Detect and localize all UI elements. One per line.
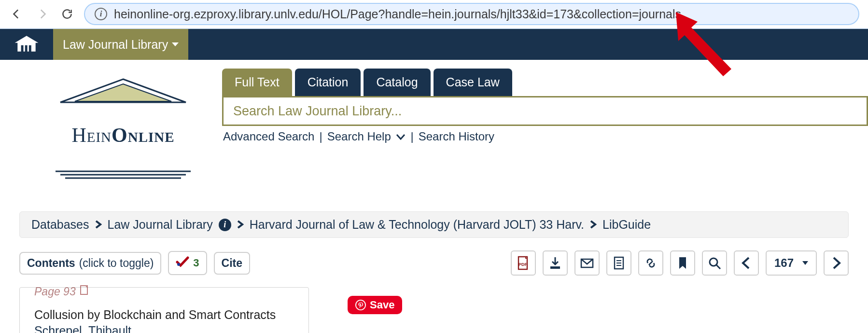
permalink-button[interactable] bbox=[638, 250, 663, 276]
chevron-right-icon bbox=[590, 218, 597, 232]
search-help-link[interactable]: Search Help bbox=[327, 130, 406, 143]
breadcrumb-library[interactable]: Law Journal Library bbox=[108, 218, 213, 232]
document-toolbar: Contents (click to toggle) 3 Cite PDF 16… bbox=[19, 250, 849, 276]
info-icon[interactable]: i bbox=[219, 219, 231, 231]
download-button[interactable] bbox=[543, 250, 568, 276]
svg-marker-0 bbox=[676, 12, 731, 76]
nav-reload-button[interactable] bbox=[59, 6, 75, 22]
home-icon[interactable] bbox=[0, 29, 53, 60]
search-history-link[interactable]: Search History bbox=[419, 130, 494, 143]
search-in-page-button[interactable] bbox=[702, 250, 727, 276]
svg-point-16 bbox=[710, 258, 717, 266]
chevron-down-icon bbox=[396, 130, 406, 143]
prev-article-page-line[interactable]: Page 93 bbox=[34, 285, 294, 298]
pinterest-icon bbox=[355, 300, 366, 310]
svg-line-17 bbox=[716, 265, 720, 269]
library-dropdown-label: Law Journal Library bbox=[63, 38, 168, 52]
flag-count: 3 bbox=[193, 257, 199, 269]
text-page-button[interactable] bbox=[606, 250, 631, 276]
article-title[interactable]: Collusion by Blockchain and Smart Contra… bbox=[34, 308, 294, 322]
search-block: Full Text Citation Catalog Case Law Adva… bbox=[222, 69, 868, 202]
svg-marker-3 bbox=[75, 84, 171, 101]
save-label: Save bbox=[370, 299, 394, 311]
svg-point-7 bbox=[177, 263, 180, 266]
bookmark-button[interactable] bbox=[670, 250, 695, 276]
page-number-select[interactable]: 167 bbox=[766, 250, 817, 276]
email-button[interactable] bbox=[574, 250, 600, 276]
search-links-row: Advanced Search | Search Help | Search H… bbox=[222, 126, 868, 147]
svg-text:PDF: PDF bbox=[518, 262, 528, 267]
heinonline-logo[interactable]: HeinOnline bbox=[34, 69, 212, 202]
pdf-download-button[interactable]: PDF bbox=[511, 250, 536, 276]
body-columns: Page 93 Collusion by Blockchain and Smar… bbox=[19, 287, 849, 333]
pinterest-save-button[interactable]: Save bbox=[348, 296, 402, 314]
annotation-arrow bbox=[676, 12, 743, 82]
nav-back-button[interactable] bbox=[9, 6, 25, 22]
divider: | bbox=[319, 130, 322, 143]
pdf-icon bbox=[80, 285, 89, 298]
site-info-icon[interactable]: i bbox=[95, 8, 107, 20]
breadcrumb: Databases Law Journal Library i Harvard … bbox=[19, 211, 849, 238]
nav-forward-button[interactable] bbox=[34, 6, 50, 22]
check-flag-icon bbox=[176, 256, 189, 270]
tab-full-text[interactable]: Full Text bbox=[222, 69, 292, 96]
logo-text: HeinOnline bbox=[71, 124, 174, 147]
next-page-button[interactable] bbox=[824, 250, 849, 276]
svg-rect-10 bbox=[550, 266, 560, 269]
breadcrumb-databases[interactable]: Databases bbox=[31, 218, 89, 232]
library-dropdown[interactable]: Law Journal Library bbox=[53, 29, 188, 60]
search-input-wrap bbox=[222, 96, 868, 126]
chevron-right-icon bbox=[237, 218, 244, 232]
tab-case-law[interactable]: Case Law bbox=[434, 69, 512, 96]
breadcrumb-libguide[interactable]: LibGuide bbox=[602, 218, 651, 232]
search-input[interactable] bbox=[233, 104, 857, 119]
caret-down-icon bbox=[172, 42, 179, 46]
svg-marker-1 bbox=[15, 36, 39, 52]
advanced-search-link[interactable]: Advanced Search bbox=[223, 130, 314, 143]
prev-page-button[interactable] bbox=[734, 250, 759, 276]
article-author[interactable]: Schrepel, Thibault bbox=[34, 324, 294, 333]
contents-panel: Page 93 Collusion by Blockchain and Smar… bbox=[19, 287, 309, 333]
chevron-right-icon bbox=[95, 218, 102, 232]
page-number-value: 167 bbox=[774, 256, 794, 270]
url-text: heinonline-org.ezproxy.library.unlv.edu/… bbox=[114, 7, 681, 21]
tab-citation[interactable]: Citation bbox=[295, 69, 361, 96]
search-tab-row: Full Text Citation Catalog Case Law bbox=[222, 69, 868, 96]
cite-button[interactable]: Cite bbox=[214, 252, 250, 275]
breadcrumb-journal[interactable]: Harvard Journal of Law & Technology (Har… bbox=[250, 218, 584, 232]
tab-catalog[interactable]: Catalog bbox=[364, 69, 430, 96]
document-viewer[interactable]: Save bbox=[338, 287, 849, 333]
divider: | bbox=[410, 130, 413, 143]
scholar-check-button[interactable]: 3 bbox=[168, 251, 207, 275]
caret-down-icon bbox=[802, 261, 808, 265]
contents-toggle-button[interactable]: Contents (click to toggle) bbox=[19, 252, 161, 275]
